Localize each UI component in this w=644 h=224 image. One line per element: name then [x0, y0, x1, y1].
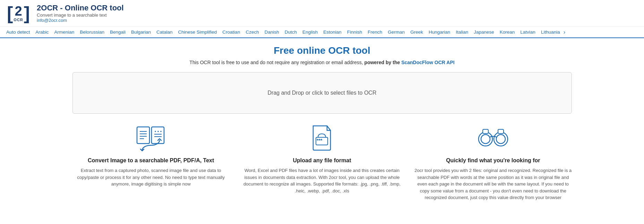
logo-bracket-left: [ [7, 4, 13, 22]
lang-belorussian[interactable]: Belorussian [77, 29, 107, 35]
features-section: Convert Image to a searchable PDF, PDF/A… [72, 124, 572, 201]
lang-croatian[interactable]: Croatian [220, 29, 243, 35]
subtitle-text: This OCR tool is free to use and do not … [189, 60, 363, 65]
page-subtitle: This OCR tool is free to use and do not … [72, 60, 572, 65]
feature-upload-title: Upload any file format [243, 157, 401, 164]
svg-rect-0 [137, 127, 149, 144]
lang-bengali[interactable]: Bengali [107, 29, 128, 35]
lang-dutch[interactable]: Dutch [282, 29, 300, 35]
lang-hungarian[interactable]: Hungarian [426, 29, 453, 35]
svg-rect-18 [498, 129, 504, 133]
page-title: Free online OCR tool [72, 45, 572, 56]
lang-italian[interactable]: Italian [453, 29, 471, 35]
feature-find: Quickly find what you're looking for 2oc… [414, 124, 572, 201]
feature-upload: *** Upload any file format Word, Excel a… [243, 124, 401, 201]
contact-email[interactable]: info@2ocr.com [37, 18, 124, 23]
subtitle-bold: powered by the [364, 60, 402, 65]
site-subtitle: Convert image to a searchable text [37, 12, 124, 18]
upload-icon: *** [243, 124, 401, 152]
language-nav: Auto detect Arabic Armenian Belorussian … [0, 27, 644, 38]
lang-greek[interactable]: Greek [407, 29, 426, 35]
feature-convert-title: Convert Image to a searchable PDF, PDF/A… [72, 157, 230, 164]
lang-french[interactable]: French [365, 29, 385, 35]
logo-ocr-label: OCR [14, 18, 23, 22]
lang-nav-arrow[interactable]: › [564, 29, 565, 35]
logo-text: 2OCR - Online OCR tool Convert image to … [37, 3, 124, 23]
feature-upload-desc: Word, Excel and PDF files have a lot of … [243, 167, 401, 194]
main-content: Free online OCR tool This OCR tool is fr… [62, 38, 582, 208]
lang-korean[interactable]: Korean [497, 29, 518, 35]
feature-find-desc: 2ocr tool provides you with 2 files: ori… [414, 167, 572, 201]
lang-finnish[interactable]: Finnish [344, 29, 365, 35]
lang-danish[interactable]: Danish [262, 29, 282, 35]
convert-icon [72, 124, 230, 152]
lang-english[interactable]: English [300, 29, 320, 35]
svg-rect-17 [483, 129, 488, 133]
header: [ 2 OCR ] 2OCR - Online OCR tool Convert… [0, 0, 644, 27]
lang-japanese[interactable]: Japanese [471, 29, 497, 35]
svg-point-6 [155, 131, 156, 132]
lang-lithuania[interactable]: Lithuania [538, 29, 563, 35]
logo-bracket-right: ] [24, 4, 30, 22]
svg-point-14 [481, 135, 490, 144]
upload-label: Drag and Drop or click to select files t… [268, 90, 377, 96]
feature-convert-desc: Extract text from a captured photo, scan… [72, 167, 230, 188]
lang-chinese-simplified[interactable]: Chinese Simplified [175, 29, 220, 35]
logo-inner: 2 OCR [14, 5, 23, 22]
svg-point-16 [496, 135, 505, 144]
lang-czech[interactable]: Czech [243, 29, 261, 35]
lang-auto-detect[interactable]: Auto detect [3, 29, 33, 35]
feature-find-title: Quickly find what you're looking for [414, 157, 572, 164]
svg-rect-5 [152, 127, 164, 144]
lang-estonian[interactable]: Estonian [320, 29, 344, 35]
lang-armenian[interactable]: Armenian [52, 29, 77, 35]
find-icon [414, 124, 572, 152]
logo-number: 2 [15, 5, 22, 18]
lang-arabic[interactable]: Arabic [33, 29, 51, 35]
svg-point-7 [157, 131, 159, 132]
lang-latvian[interactable]: Latvian [517, 29, 538, 35]
site-title: 2OCR - Online OCR tool [37, 3, 124, 12]
logo: [ 2 OCR ] [7, 4, 30, 22]
scandocflow-link[interactable]: ScanDocFlow OCR API [401, 60, 455, 65]
svg-text:***: *** [317, 138, 323, 143]
lang-bulgarian[interactable]: Bulgarian [128, 29, 154, 35]
lang-german[interactable]: German [385, 29, 407, 35]
lang-catalan[interactable]: Catalan [154, 29, 175, 35]
upload-dropzone[interactable]: Drag and Drop or click to select files t… [72, 72, 572, 114]
svg-point-8 [160, 131, 162, 132]
feature-convert: Convert Image to a searchable PDF, PDF/A… [72, 124, 230, 201]
